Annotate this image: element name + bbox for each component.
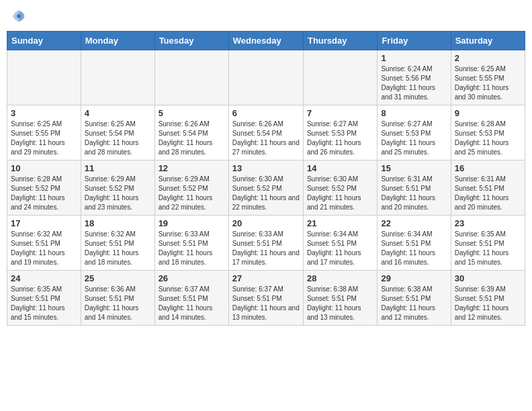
- day-number: 11: [85, 163, 151, 173]
- calendar-day-cell: 19Sunrise: 6:33 AM Sunset: 5:51 PM Dayli…: [154, 216, 228, 271]
- day-info: Sunrise: 6:35 AM Sunset: 5:51 PM Dayligh…: [11, 285, 77, 322]
- calendar-day-cell: 29Sunrise: 6:38 AM Sunset: 5:51 PM Dayli…: [378, 271, 451, 326]
- calendar-day-cell: 27Sunrise: 6:37 AM Sunset: 5:51 PM Dayli…: [228, 271, 303, 326]
- calendar-day-cell: 10Sunrise: 6:28 AM Sunset: 5:52 PM Dayli…: [7, 161, 81, 216]
- day-info: Sunrise: 6:36 AM Sunset: 5:51 PM Dayligh…: [85, 285, 151, 322]
- day-info: Sunrise: 6:26 AM Sunset: 5:54 PM Dayligh…: [232, 120, 300, 157]
- calendar-week-row: 10Sunrise: 6:28 AM Sunset: 5:52 PM Dayli…: [7, 161, 525, 216]
- weekday-header: Monday: [81, 32, 154, 50]
- day-number: 9: [455, 108, 521, 118]
- day-number: 12: [159, 163, 225, 173]
- day-number: 30: [455, 273, 521, 283]
- day-number: 8: [381, 108, 447, 118]
- calendar-day-cell: 18Sunrise: 6:32 AM Sunset: 5:51 PM Dayli…: [81, 216, 154, 271]
- day-info: Sunrise: 6:29 AM Sunset: 5:52 PM Dayligh…: [85, 175, 151, 212]
- day-number: 26: [159, 273, 225, 283]
- day-number: 6: [232, 108, 300, 118]
- calendar-day-cell: 15Sunrise: 6:31 AM Sunset: 5:51 PM Dayli…: [378, 161, 451, 216]
- day-info: Sunrise: 6:33 AM Sunset: 5:51 PM Dayligh…: [232, 230, 300, 267]
- day-number: 18: [85, 218, 151, 228]
- day-info: Sunrise: 6:37 AM Sunset: 5:51 PM Dayligh…: [232, 285, 300, 322]
- day-info: Sunrise: 6:35 AM Sunset: 5:51 PM Dayligh…: [455, 230, 521, 267]
- logo-icon: [9, 7, 28, 26]
- calendar-day-cell: 17Sunrise: 6:32 AM Sunset: 5:51 PM Dayli…: [7, 216, 81, 271]
- day-info: Sunrise: 6:32 AM Sunset: 5:51 PM Dayligh…: [11, 230, 77, 267]
- day-info: Sunrise: 6:27 AM Sunset: 5:53 PM Dayligh…: [307, 120, 373, 157]
- svg-point-2: [17, 14, 21, 18]
- weekday-header: Sunday: [7, 32, 81, 50]
- day-info: Sunrise: 6:26 AM Sunset: 5:54 PM Dayligh…: [159, 120, 225, 157]
- calendar-day-cell: 6Sunrise: 6:26 AM Sunset: 5:54 PM Daylig…: [228, 105, 303, 161]
- calendar-day-cell: 7Sunrise: 6:27 AM Sunset: 5:53 PM Daylig…: [303, 105, 377, 161]
- day-info: Sunrise: 6:38 AM Sunset: 5:51 PM Dayligh…: [307, 285, 373, 322]
- calendar-day-cell: 8Sunrise: 6:27 AM Sunset: 5:53 PM Daylig…: [378, 105, 451, 161]
- calendar-week-row: 17Sunrise: 6:32 AM Sunset: 5:51 PM Dayli…: [7, 216, 525, 271]
- day-number: 10: [11, 163, 77, 173]
- calendar-day-cell: 24Sunrise: 6:35 AM Sunset: 5:51 PM Dayli…: [7, 271, 81, 326]
- calendar-header-row: SundayMondayTuesdayWednesdayThursdayFrid…: [7, 32, 525, 50]
- day-number: 28: [307, 273, 373, 283]
- day-info: Sunrise: 6:38 AM Sunset: 5:51 PM Dayligh…: [381, 285, 447, 322]
- calendar-day-cell: [7, 50, 81, 105]
- calendar-table: SundayMondayTuesdayWednesdayThursdayFrid…: [7, 31, 525, 326]
- weekday-header: Saturday: [451, 32, 525, 50]
- calendar-day-cell: [154, 50, 228, 105]
- calendar-day-cell: 23Sunrise: 6:35 AM Sunset: 5:51 PM Dayli…: [451, 216, 525, 271]
- day-info: Sunrise: 6:29 AM Sunset: 5:52 PM Dayligh…: [159, 175, 225, 212]
- day-info: Sunrise: 6:32 AM Sunset: 5:51 PM Dayligh…: [85, 230, 151, 267]
- day-number: 27: [232, 273, 300, 283]
- day-info: Sunrise: 6:39 AM Sunset: 5:51 PM Dayligh…: [455, 285, 521, 322]
- calendar-day-cell: 1Sunrise: 6:24 AM Sunset: 5:56 PM Daylig…: [378, 50, 451, 105]
- calendar-week-row: 24Sunrise: 6:35 AM Sunset: 5:51 PM Dayli…: [7, 271, 525, 326]
- calendar-day-cell: [228, 50, 303, 105]
- calendar-week-row: 3Sunrise: 6:25 AM Sunset: 5:55 PM Daylig…: [7, 105, 525, 161]
- day-number: 1: [381, 53, 447, 63]
- calendar-day-cell: 4Sunrise: 6:25 AM Sunset: 5:54 PM Daylig…: [81, 105, 154, 161]
- calendar-week-row: 1Sunrise: 6:24 AM Sunset: 5:56 PM Daylig…: [7, 50, 525, 105]
- weekday-header: Friday: [378, 32, 451, 50]
- day-number: 21: [307, 218, 373, 228]
- day-info: Sunrise: 6:25 AM Sunset: 5:55 PM Dayligh…: [11, 120, 77, 157]
- day-number: 14: [307, 163, 373, 173]
- day-info: Sunrise: 6:28 AM Sunset: 5:52 PM Dayligh…: [11, 175, 77, 212]
- day-number: 20: [232, 218, 300, 228]
- page-header: [7, 7, 525, 26]
- calendar-day-cell: 22Sunrise: 6:34 AM Sunset: 5:51 PM Dayli…: [378, 216, 451, 271]
- day-info: Sunrise: 6:37 AM Sunset: 5:51 PM Dayligh…: [159, 285, 225, 322]
- calendar-day-cell: [303, 50, 377, 105]
- calendar-day-cell: 11Sunrise: 6:29 AM Sunset: 5:52 PM Dayli…: [81, 161, 154, 216]
- calendar-day-cell: 30Sunrise: 6:39 AM Sunset: 5:51 PM Dayli…: [451, 271, 525, 326]
- logo: [9, 7, 31, 26]
- day-number: 16: [455, 163, 521, 173]
- day-number: 5: [159, 108, 225, 118]
- day-info: Sunrise: 6:25 AM Sunset: 5:54 PM Dayligh…: [85, 120, 151, 157]
- day-info: Sunrise: 6:31 AM Sunset: 5:51 PM Dayligh…: [381, 175, 447, 212]
- day-number: 4: [85, 108, 151, 118]
- day-info: Sunrise: 6:34 AM Sunset: 5:51 PM Dayligh…: [381, 230, 447, 267]
- calendar-day-cell: 3Sunrise: 6:25 AM Sunset: 5:55 PM Daylig…: [7, 105, 81, 161]
- day-number: 23: [455, 218, 521, 228]
- calendar-day-cell: 14Sunrise: 6:30 AM Sunset: 5:52 PM Dayli…: [303, 161, 377, 216]
- day-number: 29: [381, 273, 447, 283]
- calendar-day-cell: 21Sunrise: 6:34 AM Sunset: 5:51 PM Dayli…: [303, 216, 377, 271]
- calendar-day-cell: 2Sunrise: 6:25 AM Sunset: 5:55 PM Daylig…: [451, 50, 525, 105]
- calendar-day-cell: 25Sunrise: 6:36 AM Sunset: 5:51 PM Dayli…: [81, 271, 154, 326]
- day-number: 13: [232, 163, 300, 173]
- weekday-header: Wednesday: [228, 32, 303, 50]
- day-number: 2: [455, 53, 521, 63]
- day-info: Sunrise: 6:25 AM Sunset: 5:55 PM Dayligh…: [455, 64, 521, 102]
- day-info: Sunrise: 6:24 AM Sunset: 5:56 PM Dayligh…: [381, 64, 447, 102]
- day-number: 25: [85, 273, 151, 283]
- calendar-day-cell: 13Sunrise: 6:30 AM Sunset: 5:52 PM Dayli…: [228, 161, 303, 216]
- day-info: Sunrise: 6:34 AM Sunset: 5:51 PM Dayligh…: [307, 230, 373, 267]
- day-number: 22: [381, 218, 447, 228]
- day-number: 15: [381, 163, 447, 173]
- day-info: Sunrise: 6:31 AM Sunset: 5:51 PM Dayligh…: [455, 175, 521, 212]
- calendar-day-cell: 20Sunrise: 6:33 AM Sunset: 5:51 PM Dayli…: [228, 216, 303, 271]
- weekday-header: Thursday: [303, 32, 377, 50]
- day-info: Sunrise: 6:33 AM Sunset: 5:51 PM Dayligh…: [159, 230, 225, 267]
- day-info: Sunrise: 6:27 AM Sunset: 5:53 PM Dayligh…: [381, 120, 447, 157]
- day-number: 17: [11, 218, 77, 228]
- day-number: 7: [307, 108, 373, 118]
- day-info: Sunrise: 6:28 AM Sunset: 5:53 PM Dayligh…: [455, 120, 521, 157]
